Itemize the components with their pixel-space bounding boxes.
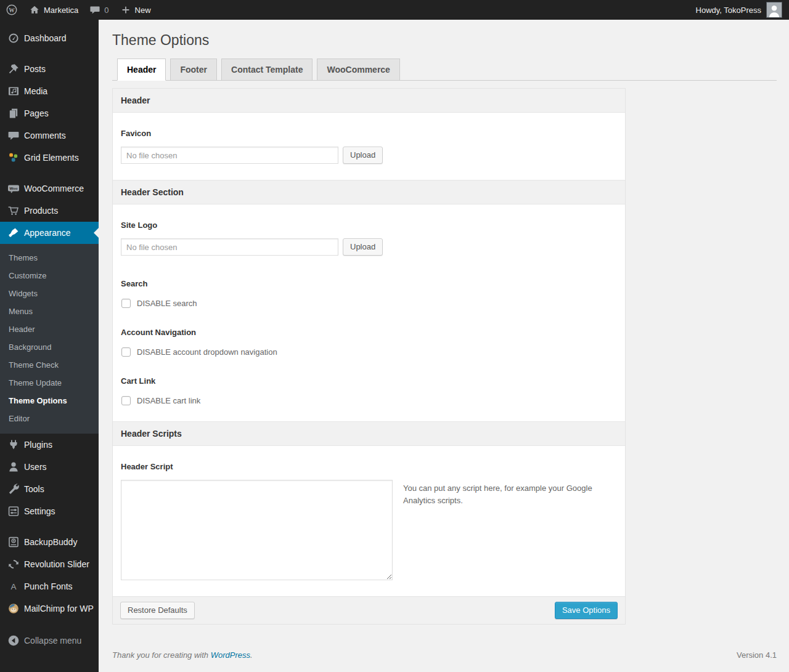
sidebar-item-punch-fonts[interactable]: APunch Fonts <box>0 575 99 597</box>
sidebar-item-label: Appearance <box>24 228 71 238</box>
restore-defaults-button[interactable]: Restore Defaults <box>120 602 195 619</box>
media-icon <box>7 85 20 97</box>
disable-account-nav-checkbox-label: DISABLE account dropdown navigation <box>137 347 277 357</box>
submenu-item-customize[interactable]: Customize <box>0 267 99 285</box>
users-icon <box>7 461 20 473</box>
comments-count: 0 <box>104 6 108 15</box>
tab-row: HeaderFooterContact TemplateWooCommerce <box>112 59 777 81</box>
account-navigation-label: Account Navigation <box>121 328 617 337</box>
comment-bubble-icon <box>89 4 100 15</box>
disable-account-nav-checkbox[interactable] <box>121 347 131 357</box>
section-header-body: Favicon Upload <box>113 129 625 180</box>
collapse-icon <box>7 634 20 647</box>
disable-cart-link-checkbox-label: DISABLE cart link <box>137 396 200 405</box>
sidebar-item-label: Punch Fonts <box>24 581 73 591</box>
sidebar-item-grid-elements[interactable]: Grid Elements <box>0 147 99 169</box>
sidebar-item-tools[interactable]: Tools <box>0 478 99 500</box>
tab-woocommerce[interactable]: WooCommerce <box>317 59 399 81</box>
submenu-item-menus[interactable]: Menus <box>0 302 99 320</box>
new-content-button[interactable]: New <box>115 0 157 20</box>
sidebar-item-dashboard[interactable]: Dashboard <box>0 27 99 49</box>
posts-icon <box>7 63 20 75</box>
favicon-file-input[interactable] <box>121 147 338 164</box>
save-options-button[interactable]: Save Options <box>555 602 618 619</box>
submenu-item-themes[interactable]: Themes <box>0 249 99 267</box>
footer-thanks-text: Thank you for creating with WordPress. <box>112 650 253 660</box>
dashboard-icon <box>7 32 20 44</box>
submenu-item-editor[interactable]: Editor <box>0 410 99 427</box>
wordpress-menu-button[interactable]: W <box>0 0 23 20</box>
backupbuddy-icon <box>7 536 20 548</box>
appearance-submenu: ThemesCustomizeWidgetsMenusHeaderBackgro… <box>0 244 99 434</box>
site-link[interactable]: Marketica <box>23 0 84 20</box>
site-name: Marketica <box>44 6 78 15</box>
sidebar-item-products[interactable]: Products <box>0 200 99 222</box>
site-logo-label: Site Logo <box>121 221 617 230</box>
sidebar-item-label: Grid Elements <box>24 153 79 163</box>
sidebar-item-label: Posts <box>24 64 46 74</box>
comments-icon <box>7 129 20 142</box>
wordpress-logo-icon: W <box>6 4 18 16</box>
comments-shortcut[interactable]: 0 <box>84 0 114 20</box>
sidebar-item-label: Comments <box>24 131 66 140</box>
mailchimp-icon <box>7 602 20 615</box>
favicon-upload-button[interactable]: Upload <box>343 147 383 164</box>
submenu-item-header[interactable]: Header <box>0 320 99 338</box>
section-header: Header <box>113 89 625 113</box>
header-script-textarea[interactable] <box>121 480 393 580</box>
sidebar-item-label: Settings <box>24 506 55 516</box>
sidebar-item-label: Tools <box>24 484 44 494</box>
submenu-item-theme-check[interactable]: Theme Check <box>0 356 99 374</box>
tab-footer[interactable]: Footer <box>170 59 217 81</box>
sidebar-item-label: Media <box>24 86 47 96</box>
svg-text:A: A <box>10 582 16 591</box>
sidebar-item-posts[interactable]: Posts <box>0 58 99 80</box>
sidebar-item-revolution-slider[interactable]: Revolution Slider <box>0 553 99 575</box>
svg-text:Woo: Woo <box>10 187 18 190</box>
section-header-scripts: Header Scripts <box>113 421 625 446</box>
disable-cart-link-checkbox[interactable] <box>121 396 131 405</box>
sidebar-item-appearance[interactable]: Appearance <box>0 222 99 244</box>
disable-search-checkbox[interactable] <box>121 299 131 308</box>
sidebar-item-mailchimp-for-wp[interactable]: MailChimp for WP <box>0 597 99 620</box>
admin-sidebar: DashboardPostsMediaPagesCommentsGrid Ele… <box>0 20 99 672</box>
sidebar-item-users[interactable]: Users <box>0 456 99 478</box>
submenu-item-theme-update[interactable]: Theme Update <box>0 374 99 392</box>
tab-contact-template[interactable]: Contact Template <box>221 59 313 81</box>
sidebar-item-label: Pages <box>24 108 49 118</box>
avatar <box>766 2 782 18</box>
sidebar-item-comments[interactable]: Comments <box>0 124 99 147</box>
sidebar-item-label: MailChimp for WP <box>24 604 94 613</box>
main-content: Theme Options HeaderFooterContact Templa… <box>99 20 789 672</box>
sidebar-item-label: Dashboard <box>24 33 67 43</box>
sidebar-item-settings[interactable]: Settings <box>0 500 99 522</box>
version-text: Version 4.1 <box>737 650 777 660</box>
sidebar-item-media[interactable]: Media <box>0 80 99 102</box>
plugins-icon <box>7 439 20 451</box>
sidebar-item-pages[interactable]: Pages <box>0 102 99 124</box>
site-logo-upload-button[interactable]: Upload <box>343 238 383 256</box>
svg-text:W: W <box>9 7 15 14</box>
sidebar-item-woocommerce[interactable]: WooWooCommerce <box>0 177 99 200</box>
section-header-scripts-body: Header Script You can put any script her… <box>113 462 625 596</box>
submenu-item-theme-options[interactable]: Theme Options <box>0 392 99 410</box>
panel-footer: Restore Defaults Save Options <box>113 596 625 624</box>
sidebar-item-backupbuddy[interactable]: BackupBuddy <box>0 531 99 553</box>
submenu-item-widgets[interactable]: Widgets <box>0 285 99 302</box>
grid-elements-icon <box>7 152 20 164</box>
account-menu[interactable]: Howdy, TokoPress <box>690 0 789 20</box>
wordpress-link[interactable]: WordPress <box>211 650 250 660</box>
tab-header[interactable]: Header <box>117 59 166 81</box>
sidebar-item-plugins[interactable]: Plugins <box>0 434 99 456</box>
collapse-menu-button[interactable]: Collapse menu <box>0 629 99 652</box>
sidebar-item-label: Collapse menu <box>24 636 81 646</box>
plus-icon <box>120 4 131 15</box>
settings-icon <box>7 505 20 517</box>
admin-bar: W Marketica 0 New Howdy, TokoPress <box>0 0 789 20</box>
menu-separator <box>0 49 99 58</box>
favicon-label: Favicon <box>121 129 617 138</box>
header-script-label: Header Script <box>121 462 617 471</box>
site-logo-file-input[interactable] <box>121 238 338 256</box>
theme-options-panel: Header Favicon Upload Header Section Sit… <box>112 88 626 625</box>
submenu-item-background[interactable]: Background <box>0 338 99 356</box>
